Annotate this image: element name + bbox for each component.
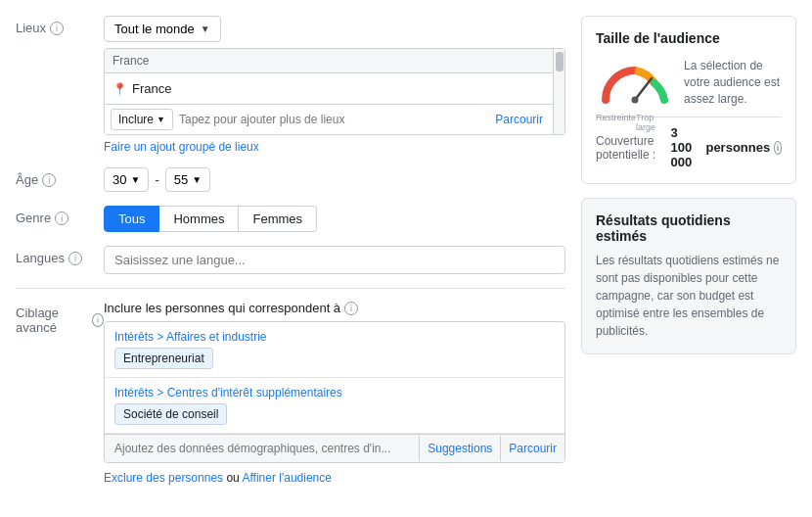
location-scrollbar[interactable] xyxy=(553,49,564,134)
lieux-info-icon[interactable]: i xyxy=(50,22,64,35)
age-info-icon[interactable]: i xyxy=(42,173,56,187)
genre-tous-btn[interactable]: Tous xyxy=(104,206,159,232)
location-inner: France 📍 France Inclure xyxy=(105,49,553,134)
audience-card-title: Taille de l'audience xyxy=(596,30,782,46)
lieux-chevron-icon: ▼ xyxy=(201,24,210,34)
location-box: France 📍 France Inclure xyxy=(104,48,565,135)
ajout-groupe-anchor[interactable]: Faire un ajout groupé de lieux xyxy=(104,140,259,154)
langues-content xyxy=(104,246,565,274)
results-card: Résultats quotidiens estimés Les résulta… xyxy=(581,198,796,354)
interest-category-1: Intérêts > Affaires et industrie xyxy=(114,330,555,344)
ciblage-content: Inclure les personnes qui correspondent … xyxy=(104,301,565,485)
coverage-label: Couverture potentielle : xyxy=(596,134,663,162)
langues-label: Langues i xyxy=(16,246,104,265)
divider xyxy=(16,288,565,289)
interests-box: Intérêts > Affaires et industrie Entrepr… xyxy=(104,321,565,463)
genre-row: Genre i Tous Hommes Femmes xyxy=(16,206,565,232)
include-row: Inclure ▼ Parcourir xyxy=(105,104,553,134)
scroll-thumb xyxy=(556,52,564,71)
include-btn[interactable]: Inclure ▼ xyxy=(111,109,173,130)
inclure-header: Inclure les personnes qui correspondent … xyxy=(104,301,565,315)
exclure-link[interactable]: Exclure des personnes xyxy=(104,471,223,485)
genre-info-icon[interactable]: i xyxy=(55,212,68,225)
results-description: Les résultats quotidiens estimés ne sont… xyxy=(596,252,782,340)
interest-tag-2[interactable]: Société de conseil xyxy=(114,403,227,425)
gauge-labels: Restreinte Trop large xyxy=(596,113,674,132)
location-pin-icon: 📍 xyxy=(113,82,127,96)
location-list: 📍 France xyxy=(105,73,553,104)
langues-row: Langues i xyxy=(16,246,565,274)
location-box-header: France xyxy=(105,49,553,73)
lieux-content: Tout le monde ▼ France 📍 France xyxy=(104,16,565,154)
include-chevron-icon: ▼ xyxy=(157,115,165,124)
location-search-input[interactable] xyxy=(179,113,485,126)
interest-category-2: Intérêts > Centres d'intérêt supplémenta… xyxy=(114,386,555,400)
interest-group-2: Intérêts > Centres d'intérêt supplémenta… xyxy=(105,378,564,434)
interest-tag-1[interactable]: Entrepreneuriat xyxy=(114,348,213,369)
suggestions-btn[interactable]: Suggestions xyxy=(419,436,500,461)
age-content: 30 ▼ - 55 ▼ xyxy=(104,167,565,192)
svg-point-1 xyxy=(632,96,639,103)
age-label: Âge i xyxy=(16,167,104,187)
genre-label: Genre i xyxy=(16,206,104,225)
gauge-svg xyxy=(596,61,674,108)
location-item: 📍 France xyxy=(113,79,545,98)
lieux-row: Lieux i Tout le monde ▼ France xyxy=(16,16,565,154)
gauge-wrapper: Restreinte Trop large La sélection de vo… xyxy=(596,58,782,107)
genre-btn-group: Tous Hommes Femmes xyxy=(104,206,565,232)
add-targeting-row: Suggestions Parcourir xyxy=(105,434,564,462)
right-panel: Taille de l'audience xyxy=(581,16,796,501)
add-targeting-input[interactable] xyxy=(105,435,419,462)
interest-group-1: Intérêts > Affaires et industrie Entrepr… xyxy=(105,322,564,378)
age-to-select[interactable]: 55 ▼ xyxy=(165,167,210,192)
lieux-select-btn[interactable]: Tout le monde ▼ xyxy=(104,16,221,42)
age-from-chevron-icon: ▼ xyxy=(130,174,140,185)
genre-hommes-btn[interactable]: Hommes xyxy=(159,206,239,232)
affiner-link[interactable]: Affiner l'audience xyxy=(242,471,331,485)
inclure-info-icon[interactable]: i xyxy=(344,302,358,315)
ajout-groupe-link: Faire un ajout groupé de lieux xyxy=(104,139,565,154)
ciblage-label: Ciblage avancé i xyxy=(16,301,104,335)
gauge-left-label: Restreinte xyxy=(596,113,636,132)
results-title: Résultats quotidiens estimés xyxy=(596,212,782,244)
parcourir2-btn[interactable]: Parcourir xyxy=(500,436,564,461)
age-row: Âge i 30 ▼ - 55 ▼ xyxy=(16,167,565,192)
location-parcourir-btn[interactable]: Parcourir xyxy=(491,111,547,128)
gauge-description: La sélection de votre audience est assez… xyxy=(684,58,782,107)
age-separator: - xyxy=(149,172,164,187)
location-scrollbar-wrapper: France 📍 France Inclure xyxy=(105,49,564,134)
age-to-chevron-icon: ▼ xyxy=(192,174,202,185)
exclure-row: Exclure des personnes ou Affiner l'audie… xyxy=(104,471,565,485)
svg-line-0 xyxy=(635,78,652,100)
ciblage-row: Ciblage avancé i Inclure les personnes q… xyxy=(16,301,565,485)
lieux-label: Lieux i xyxy=(16,16,104,35)
age-from-select[interactable]: 30 ▼ xyxy=(104,167,149,192)
coverage-value: 3 100 000 personnes i xyxy=(671,125,782,169)
gauge-right-label: Trop large xyxy=(636,113,674,132)
left-panel: Lieux i Tout le monde ▼ France xyxy=(16,16,565,501)
genre-content: Tous Hommes Femmes xyxy=(104,206,565,232)
langues-input[interactable] xyxy=(104,246,565,274)
coverage-info-icon[interactable]: i xyxy=(774,141,782,155)
gauge-container: Restreinte Trop large xyxy=(596,61,674,105)
langues-info-icon[interactable]: i xyxy=(68,252,82,265)
genre-femmes-btn[interactable]: Femmes xyxy=(239,206,317,232)
ciblage-info-icon[interactable]: i xyxy=(92,313,104,327)
audience-card: Taille de l'audience xyxy=(581,16,796,184)
